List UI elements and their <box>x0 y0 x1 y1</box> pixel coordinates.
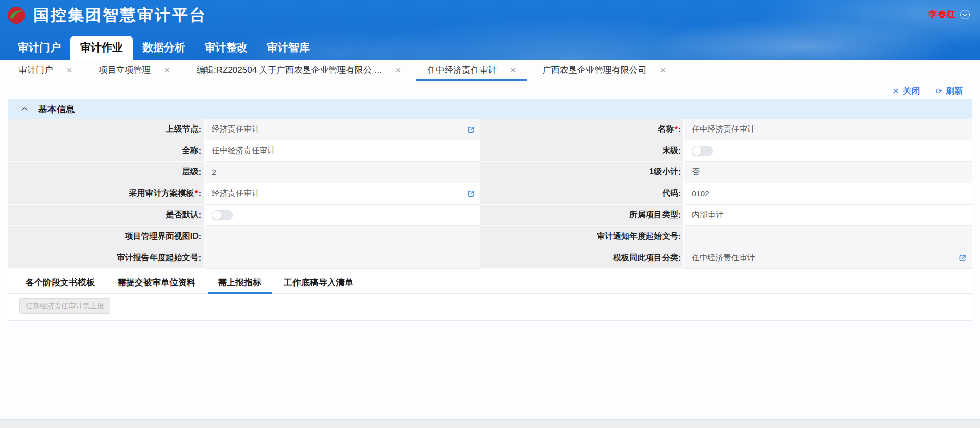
label-colon: : <box>678 189 681 198</box>
collapse-icon[interactable] <box>21 107 28 111</box>
form-label-text: 所属项目类型 <box>629 210 678 220</box>
form-value: 任中经济责任审计 <box>212 145 275 156</box>
form-row: 审计报告年度起始文号:模板同此项目分类:任中经济责任审计 <box>8 247 972 269</box>
label-colon: : <box>199 189 201 198</box>
nav-item[interactable]: 审计整改 <box>195 36 257 60</box>
form-label-text: 采用审计方案模板 <box>129 188 194 199</box>
form-label-text: 代码 <box>662 188 678 199</box>
basic-info-panel: 基本信息 上级节点:经济责任审计名称*:任中经济责任审计全称:任中经济责任审计末… <box>8 99 972 321</box>
form-label-text: 模板同此项目分类 <box>613 253 678 263</box>
form-value: 经济责任审计 <box>212 124 259 135</box>
form-field[interactable]: 经济责任审计 <box>205 119 480 140</box>
form-field[interactable]: 否 <box>684 162 972 183</box>
tab-close-icon[interactable]: × <box>67 66 72 75</box>
form-field[interactable] <box>684 226 972 247</box>
tab-close-icon[interactable]: × <box>165 66 170 75</box>
user-name[interactable]: 李春红 <box>928 8 956 20</box>
form-label: 1级小计: <box>480 162 684 183</box>
form-row: 是否默认:所属项目类型:内部审计 <box>8 205 972 226</box>
primary-nav: 审计门户审计作业数据分析审计整改审计智库 <box>0 36 320 60</box>
form-value: 内部审计 <box>692 210 723 220</box>
form-field[interactable] <box>684 140 972 162</box>
main-content: ✕关闭⟳刷新 基本信息 上级节点:经济责任审计名称*:任中经济责任审计全称:任中… <box>0 81 980 419</box>
toggle-switch[interactable] <box>692 146 713 156</box>
document-tab[interactable]: 广西农垦企业管理有限公司× <box>529 60 679 81</box>
label-colon: : <box>678 254 681 263</box>
form-row: 采用审计方案模板*:经济责任审计代码:0102 <box>8 183 972 205</box>
form-label-text: 审计报告年度起始文号 <box>117 253 199 263</box>
form-field[interactable] <box>205 226 480 247</box>
detail-tab[interactable]: 需上报指标 <box>207 272 273 293</box>
nav-item[interactable]: 审计作业 <box>70 36 133 60</box>
form-row: 全称:任中经济责任审计末级: <box>8 140 972 162</box>
refresh-icon: ⟳ <box>936 86 942 96</box>
tool-action-label: 刷新 <box>946 85 963 97</box>
tab-label: 审计门户 <box>18 64 53 76</box>
form-field[interactable]: 内部审计 <box>684 205 972 226</box>
app-title: 国控集团智慧审计平台 <box>33 5 207 26</box>
tab-label: 广西农垦企业管理有限公司 <box>543 64 647 76</box>
toggle-knob <box>212 211 222 220</box>
basic-info-form: 上级节点:经济责任审计名称*:任中经济责任审计全称:任中经济责任审计末级:层级:… <box>8 119 972 269</box>
label-colon: : <box>678 125 681 134</box>
tab-close-icon[interactable]: × <box>660 66 666 75</box>
form-field[interactable]: 任中经济责任审计 <box>684 247 972 269</box>
form-label: 采用审计方案模板*: <box>8 183 205 205</box>
external-link-icon[interactable] <box>467 125 475 134</box>
form-label: 项目管理界面视图ID: <box>8 226 205 247</box>
nav-item[interactable]: 审计门户 <box>8 36 70 60</box>
form-field[interactable]: 任中经济责任审计 <box>205 140 480 162</box>
tab-close-icon[interactable]: × <box>510 66 516 75</box>
tab-label: 项目立项管理 <box>99 64 151 76</box>
chevron-down-icon[interactable] <box>960 10 970 19</box>
report-indicator-chip[interactable]: 任期经济责任审计需上报 <box>19 298 110 314</box>
form-value: 任中经济责任审计 <box>692 124 755 135</box>
form-label-text: 上级节点 <box>166 124 199 135</box>
document-tab[interactable]: 审计门户× <box>5 60 86 81</box>
document-tab[interactable]: 任中经济责任审计× <box>414 60 529 81</box>
label-colon: : <box>678 168 681 177</box>
refresh-page-button[interactable]: ⟳刷新 <box>936 85 963 97</box>
app-logo-icon <box>7 6 26 24</box>
label-colon: : <box>199 211 201 220</box>
label-colon: : <box>199 232 201 241</box>
form-value: 2 <box>212 168 216 177</box>
form-field[interactable]: 2 <box>205 162 480 183</box>
close-icon: ✕ <box>892 86 899 96</box>
form-label: 层级: <box>8 162 205 183</box>
label-colon: : <box>678 232 681 241</box>
external-link-icon[interactable] <box>467 189 475 198</box>
form-field[interactable]: 经济责任审计 <box>205 183 480 205</box>
label-colon: : <box>199 125 201 134</box>
document-tab[interactable]: 编辑:RZ202504 关于广西农垦企业管理有限公 ...× <box>183 60 414 81</box>
tab-close-icon[interactable]: × <box>396 66 401 75</box>
chip-row: 任期经济责任审计需上报 <box>8 294 972 320</box>
form-label: 代码: <box>480 183 684 205</box>
form-label: 审计报告年度起始文号: <box>8 247 205 269</box>
nav-item[interactable]: 数据分析 <box>133 36 195 60</box>
required-mark: * <box>675 125 678 134</box>
detail-tab[interactable]: 工作底稿导入清单 <box>273 272 364 293</box>
nav-item[interactable]: 审计智库 <box>257 36 320 60</box>
detail-tab[interactable]: 各个阶段文书模板 <box>14 272 106 293</box>
tool-action-label: 关闭 <box>903 85 920 97</box>
user-menu[interactable]: 李春红 <box>928 8 970 20</box>
form-field[interactable]: 任中经济责任审计 <box>684 119 972 140</box>
form-field[interactable] <box>205 247 480 269</box>
form-label-text: 末级 <box>662 145 678 156</box>
form-label-text: 项目管理界面视图ID <box>125 231 199 242</box>
external-link-icon[interactable] <box>958 254 967 262</box>
document-tab[interactable]: 项目立项管理× <box>86 60 184 81</box>
form-field[interactable]: 0102 <box>684 183 972 205</box>
form-value: 经济责任审计 <box>212 188 259 199</box>
form-label: 是否默认: <box>8 205 205 226</box>
form-field[interactable] <box>205 205 480 226</box>
form-label-text: 审计通知年度起始文号 <box>597 231 678 242</box>
form-label: 上级节点: <box>8 119 205 140</box>
toggle-switch[interactable] <box>212 210 233 220</box>
form-row: 层级:21级小计:否 <box>8 162 972 183</box>
detail-tab[interactable]: 需提交被审单位资料 <box>106 272 207 293</box>
label-colon: : <box>678 211 681 220</box>
app-header: 国控集团智慧审计平台 李春红 审计门户审计作业数据分析审计整改审计智库 <box>0 0 980 60</box>
close-page-button[interactable]: ✕关闭 <box>892 85 920 97</box>
